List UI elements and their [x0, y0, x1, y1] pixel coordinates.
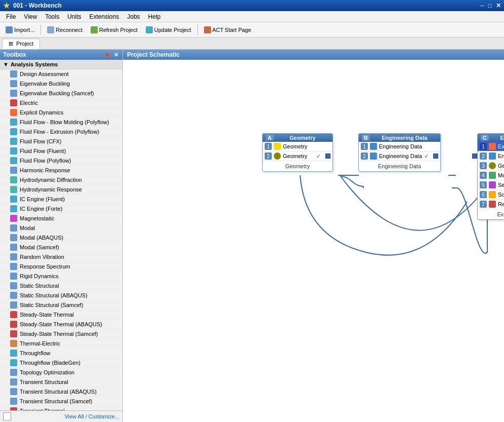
reconnect-icon — [47, 26, 54, 33]
refresh-project-button[interactable]: Refresh Project — [87, 25, 141, 35]
toolbox-item-topology-optimization[interactable]: Topology Optimization — [0, 368, 122, 377]
maximize-btn[interactable]: □ — [488, 2, 492, 9]
update-project-button[interactable]: Update Project — [142, 25, 195, 35]
menu-file[interactable]: File — [2, 12, 20, 21]
menu-help[interactable]: Help — [144, 12, 165, 21]
toolbox-item-hydro-response[interactable]: Hydrodynamic Response — [0, 185, 122, 195]
toolbox-item-hydro-diffraction[interactable]: Hydrodynamic Diffraction — [0, 175, 122, 185]
update-label: Update Project — [154, 27, 191, 33]
row-num-3: 3 — [480, 162, 487, 169]
toolbox-item-response-spectrum[interactable]: Response Spectrum — [0, 262, 122, 272]
fluid-fluent-icon — [10, 147, 17, 155]
toolbox-item-static-structural[interactable]: Static Structural — [0, 281, 122, 291]
steady-state-abaqus-icon — [10, 321, 17, 328]
output-connector — [325, 154, 330, 159]
item-label: Steady-State Thermal — [20, 312, 74, 318]
toolbox-item-fluid-cfx[interactable]: Fluid Flow (CFX) — [0, 137, 122, 146]
analysis-systems-section[interactable]: ▼ Analysis Systems — [0, 60, 122, 69]
toolbox-item-eigenvalue-buckling[interactable]: Eigenvalue Buckling — [0, 79, 122, 89]
toolbox-header-actions: 📌 ✕ — [103, 51, 119, 58]
close-btn[interactable]: ✕ — [496, 2, 501, 9]
hydro-response-icon — [10, 186, 17, 193]
block-a-row-1[interactable]: 1 Geometry — [263, 142, 332, 151]
toolbox-item-transient-structural[interactable]: Transient Structural — [0, 377, 122, 387]
row-num-1: 1 — [480, 143, 487, 150]
toolbox-item-harmonic-response[interactable]: Harmonic Response — [0, 166, 122, 175]
import-button[interactable]: Import... — [2, 25, 38, 35]
toolbox-item-transient-structural-samcef[interactable]: Transient Structural (Samcef) — [0, 397, 122, 406]
static-structural-icon — [10, 282, 17, 289]
toolbox-item-ic-engine-forte[interactable]: IC Engine (Forte) — [0, 204, 122, 214]
toolbox-item-fluid-blow[interactable]: Fluid Flow - Blow Molding (Polyflow) — [0, 118, 122, 127]
block-c-row-1[interactable]: 1 Explicit Dynamics — [478, 142, 504, 151]
toolbox-item-modal-abaqus[interactable]: Modal (ABAQUS) — [0, 233, 122, 243]
toolbox-item-magnetostatic[interactable]: Magnetostatic — [0, 214, 122, 223]
toolbox-item-transient-thermal[interactable]: Transient Thermal — [0, 406, 122, 410]
block-c-row-2[interactable]: 2 Engineering Data ✓ ▸ — [478, 151, 504, 161]
toolbox-item-fluid-polyflow[interactable]: Fluid Flow (Polyflow) — [0, 156, 122, 166]
item-label: Thermal-Electric — [20, 340, 60, 347]
menu-tools[interactable]: Tools — [41, 12, 63, 21]
menu-bar: File View Tools Units Extensions Jobs He… — [0, 11, 504, 22]
toolbox-item-thermal-electric[interactable]: Thermal-Electric — [0, 339, 122, 349]
tab-project[interactable]: ⊞ Project — [2, 39, 40, 49]
item-label: Static Structural (ABAQUS) — [20, 292, 88, 298]
toolbox-item-transient-structural-abaqus[interactable]: Transient Structural (ABAQUS) — [0, 387, 122, 397]
row-label: Explicit Dynamics — [498, 143, 504, 149]
toolbox-item-static-structural-samcef[interactable]: Static Structural (Samcef) — [0, 300, 122, 310]
block-c-row-7[interactable]: 7 Results ⚡ ▸ — [478, 200, 504, 209]
toolbox-pin-btn[interactable]: 📌 — [103, 51, 110, 58]
block-b-row-2[interactable]: 2 Engineering Data ✓ — [359, 151, 440, 161]
block-c-header: C Explicit Dynamics — [478, 134, 504, 142]
menu-view[interactable]: View — [20, 12, 41, 21]
toolbox-item-steady-state-samcef[interactable]: Steady-State Thermal (Samcef) — [0, 329, 122, 339]
row-label: Engineering Data — [498, 153, 504, 159]
toolbox-item-throughflow[interactable]: Throughflow — [0, 349, 122, 358]
toolbox-item-explicit-dynamics[interactable]: Explicit Dynamics — [0, 108, 122, 118]
dm-c-icon — [489, 162, 496, 169]
block-c-row-3[interactable]: 3 Geometry ✓ ▸ — [478, 161, 504, 171]
block-c-row-6[interactable]: 6 Solution ⚡ ▸ — [478, 190, 504, 200]
menu-units[interactable]: Units — [63, 12, 85, 21]
schematic-content[interactable]: A Geometry 1 Geometry 2 Geometry ✓ Geome… — [123, 60, 504, 422]
toolbox-item-eigenvalue-buckling-samcef[interactable]: Eigenvalue Buckling (Samcef) — [0, 89, 122, 98]
toolbox-close-btn[interactable]: ✕ — [112, 51, 119, 58]
magnetostatic-icon — [10, 215, 17, 222]
toolbox-item-ic-engine-fluent[interactable]: IC Engine (Fluent) — [0, 195, 122, 204]
toolbox-item-steady-state-abaqus[interactable]: Steady-State Thermal (ABAQUS) — [0, 320, 122, 329]
block-b-row-1[interactable]: 1 Engineering Data — [359, 142, 440, 151]
block-a-row-2[interactable]: 2 Geometry ✓ — [263, 151, 332, 161]
toolbox-item-steady-state-thermal[interactable]: Steady-State Thermal — [0, 310, 122, 320]
toolbox-item-design-assessment[interactable]: Design Assessment — [0, 69, 122, 79]
act-start-page-button[interactable]: ACT Start Page — [200, 25, 255, 35]
toolbox-content[interactable]: ▼ Analysis Systems Design Assessment Eig… — [0, 60, 122, 410]
toolbox-item-random-vibration[interactable]: Random Vibration — [0, 252, 122, 262]
toolbox-search-input[interactable] — [3, 412, 11, 420]
toolbox-item-modal-samcef[interactable]: Modal (Samcef) — [0, 243, 122, 252]
block-c-row-5[interactable]: 5 Setup ⚡ ▸ — [478, 180, 504, 190]
item-label: Explicit Dynamics — [20, 109, 63, 116]
toolbox-item-electric[interactable]: Electric — [0, 98, 122, 108]
random-vibration-icon — [10, 253, 17, 260]
row-num-4: 4 — [480, 172, 487, 179]
toolbox-item-rigid-dynamics[interactable]: Rigid Dynamics — [0, 272, 122, 281]
schematic-panel: Project Schematic A Geometry 1 — [123, 50, 504, 422]
block-c-row-4[interactable]: 4 Model ✓ ▸ — [478, 171, 504, 180]
project-tab-icon: ⊞ — [9, 41, 13, 47]
minimize-btn[interactable]: ─ — [480, 2, 484, 9]
toolbox-item-static-structural-abaqus[interactable]: Static Structural (ABAQUS) — [0, 291, 122, 300]
item-label: Transient Structural — [20, 379, 68, 385]
toolbox-item-fluid-extrusion[interactable]: Fluid Flow - Extrusion (Polyflow) — [0, 127, 122, 137]
toolbox-item-fluid-fluent[interactable]: Fluid Flow (Fluent) — [0, 146, 122, 156]
menu-jobs[interactable]: Jobs — [123, 12, 144, 21]
view-all-link[interactable]: View All / Customize... — [64, 413, 119, 419]
item-label: Harmonic Response — [20, 167, 70, 173]
modal-abaqus-icon — [10, 234, 17, 241]
reconnect-button[interactable]: Reconnect — [44, 25, 86, 35]
eigenvalue-buckling-samcef-icon — [10, 90, 17, 97]
toolbox-item-modal[interactable]: Modal — [0, 223, 122, 233]
menu-extensions[interactable]: Extensions — [86, 12, 123, 21]
block-b: B Engineering Data 1 Engineering Data 2 … — [358, 133, 441, 172]
row-label: Geometry — [283, 143, 330, 149]
toolbox-item-throughflow-bladegen[interactable]: Throughflow (BladeGen) — [0, 358, 122, 368]
